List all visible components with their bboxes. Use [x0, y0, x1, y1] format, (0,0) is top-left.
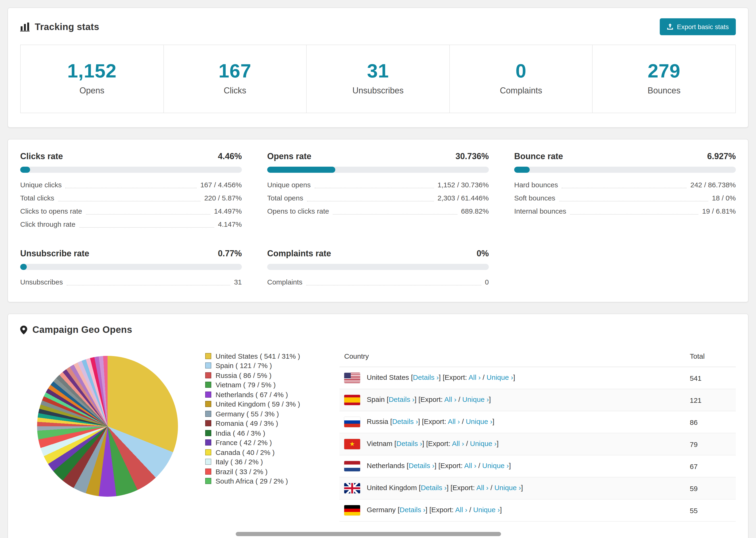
dotted-leader	[307, 201, 434, 201]
geo-opens-title: Campaign Geo Opens	[32, 324, 132, 335]
export-unique-link[interactable]: Unique ›	[486, 373, 513, 381]
details-link[interactable]: Details ›	[396, 439, 422, 447]
details-link[interactable]: Details ›	[413, 373, 439, 381]
export-all-link[interactable]: All ›	[448, 417, 460, 425]
rate-value: 30.736%	[456, 152, 489, 161]
details-link[interactable]: Details ›	[392, 417, 418, 425]
geo-table-row: Russia [Details ›] [Export: All › / Uniq…	[340, 411, 736, 433]
legend-label: Germany ( 55 / 3% )	[216, 410, 279, 418]
slash-text: /	[464, 439, 470, 447]
tracking-stats-header: Tracking stats Export basic stats	[8, 8, 748, 43]
geo-table-row: United Kingdom [Details ›] [Export: All …	[340, 477, 736, 499]
opens-value: 1,152	[21, 60, 163, 82]
details-link[interactable]: Details ›	[408, 461, 434, 469]
bracket-text: [	[385, 395, 389, 403]
export-text: ] [Export:	[435, 461, 464, 469]
ru-flag-icon	[344, 417, 360, 427]
export-unique-link[interactable]: Unique ›	[495, 484, 521, 492]
legend-item: India ( 46 / 3% )	[205, 428, 324, 438]
rate-metric-label: Clicks to opens rate	[20, 205, 82, 218]
rate-metric-value: 14.497%	[214, 205, 242, 218]
legend-label: Netherlands ( 67 / 4% )	[216, 391, 288, 399]
export-button-label: Export basic stats	[677, 23, 729, 30]
rate-progress-bar	[20, 167, 242, 173]
geo-table-row: United States [Details ›] [Export: All ›…	[340, 367, 736, 389]
rate-metric-row: Hard bounces242 / 86.738%	[514, 178, 736, 191]
rate-progress-bar	[267, 264, 489, 270]
legend-label: Brazil ( 33 / 2% )	[216, 467, 268, 476]
legend-label: Italy ( 36 / 2% )	[216, 458, 263, 466]
dotted-leader	[559, 201, 708, 201]
country-total: 67	[685, 455, 736, 477]
export-unique-link[interactable]: Unique ›	[473, 506, 500, 513]
legend-item: Netherlands ( 67 / 4% )	[205, 390, 324, 399]
rate-metric-value: 242 / 86.738%	[690, 178, 736, 191]
legend-swatch	[205, 382, 211, 388]
export-unique-link[interactable]: Unique ›	[462, 395, 489, 403]
details-link[interactable]: Details ›	[389, 395, 414, 403]
dotted-leader	[66, 188, 196, 188]
rate-metric-label: Unsubscribes	[20, 276, 63, 289]
legend-label: India ( 46 / 3% )	[216, 429, 265, 437]
country-cell: Germany [Details ›] [Export: All › / Uni…	[340, 499, 685, 521]
export-unique-link[interactable]: Unique ›	[482, 461, 509, 469]
rate-metric-label: Opens to clicks rate	[267, 205, 329, 218]
rates-grid: Clicks rate4.46%Unique clicks167 / 4.456…	[20, 152, 736, 289]
rate-head: Bounce rate6.927%	[514, 152, 736, 161]
export-all-link[interactable]: All ›	[464, 461, 476, 469]
bounces-label: Bounces	[593, 86, 735, 96]
rate-block-bounce-rate: Bounce rate6.927%Hard bounces242 / 86.73…	[514, 152, 736, 231]
export-all-link[interactable]: All ›	[476, 484, 489, 492]
details-link[interactable]: Details ›	[400, 506, 425, 513]
rate-metric-label: Complaints	[267, 276, 302, 289]
country-name: Russia	[367, 417, 388, 425]
rate-metric-value: 1,152 / 30.736%	[437, 178, 489, 191]
stat-box-clicks: 167 Clicks	[164, 45, 307, 113]
export-text: ] [Export:	[414, 395, 444, 403]
slash-text: /	[489, 484, 495, 492]
dotted-leader	[333, 214, 457, 215]
horizontal-scrollbar-thumb[interactable]	[236, 532, 501, 536]
dashboard-viewport: Tracking stats Export basic stats 1,152 …	[0, 0, 756, 538]
legend-swatch	[205, 459, 211, 465]
geo-content: United States ( 541 / 31% )Spain ( 121 /…	[8, 343, 748, 521]
export-unique-link[interactable]: Unique ›	[466, 417, 492, 425]
country-total: 79	[685, 433, 736, 455]
legend-label: United Kingdom ( 59 / 3% )	[216, 400, 300, 408]
details-link[interactable]: Details ›	[421, 484, 447, 492]
legend-swatch	[205, 372, 211, 378]
rate-progress-fill	[20, 264, 27, 270]
export-all-link[interactable]: All ›	[444, 395, 457, 403]
rate-metric-row: Internal bounces19 / 6.81%	[514, 205, 736, 218]
export-all-link[interactable]: All ›	[455, 506, 467, 513]
bracket-close-text: ]	[497, 439, 499, 447]
legend-label: Russia ( 86 / 5% )	[216, 371, 271, 379]
country-column-header: Country	[340, 346, 685, 367]
rate-metric-row: Opens to clicks rate689.82%	[267, 205, 489, 218]
rate-metric-row: Unique opens1,152 / 30.736%	[267, 178, 489, 191]
rate-metric-value: 4.147%	[218, 218, 242, 231]
country-name: Vietnam	[367, 439, 393, 447]
export-all-link[interactable]: All ›	[469, 373, 481, 381]
export-basic-stats-button[interactable]: Export basic stats	[660, 18, 736, 35]
export-all-link[interactable]: All ›	[452, 439, 464, 447]
map-pin-icon	[20, 325, 27, 335]
vn-flag-icon	[344, 439, 360, 449]
legend-item: Germany ( 55 / 3% )	[205, 409, 324, 418]
export-unique-link[interactable]: Unique ›	[470, 439, 497, 447]
rate-metric-value: 19 / 6.81%	[702, 205, 736, 218]
legend-swatch	[205, 363, 211, 369]
country-name: Netherlands	[367, 461, 405, 469]
dotted-leader	[306, 285, 481, 286]
legend-swatch	[205, 468, 211, 475]
legend-swatch	[205, 430, 211, 436]
country-cell: Vietnam [Details ›] [Export: All › / Uni…	[340, 433, 685, 455]
legend-swatch	[205, 449, 211, 456]
rate-title: Opens rate	[267, 152, 311, 161]
rate-metric-label: Hard bounces	[514, 178, 558, 191]
bracket-close-text: ]	[509, 461, 511, 469]
rate-metric-value: 689.82%	[461, 205, 489, 218]
legend-item: United Kingdom ( 59 / 3% )	[205, 399, 324, 409]
legend-swatch	[205, 478, 211, 484]
slash-text: /	[457, 395, 462, 403]
